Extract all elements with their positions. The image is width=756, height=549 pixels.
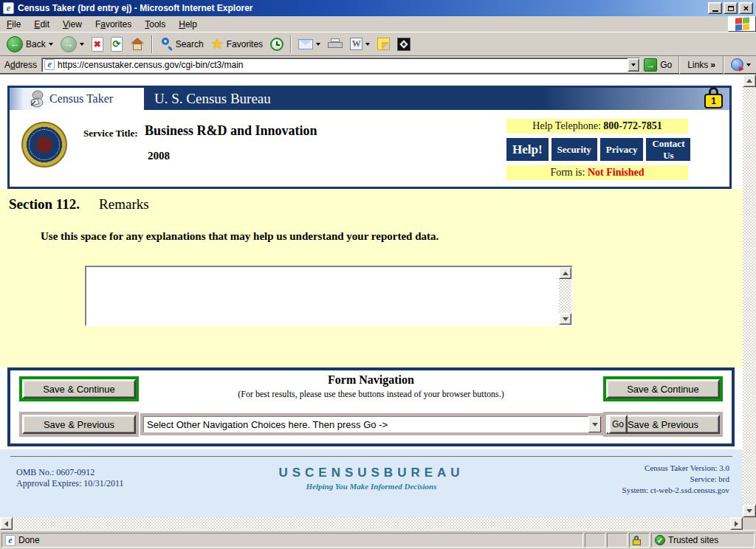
back-label: Back [26, 39, 46, 49]
page-ie-icon: e [44, 59, 55, 70]
banner: Census Taker U. S. Census Bureau [10, 88, 729, 110]
stop-button[interactable]: ✖ [88, 35, 107, 53]
remarks-scrollbar[interactable] [559, 267, 571, 325]
page-header-box: Census Taker U. S. Census Bureau Service… [7, 86, 732, 189]
horizontal-scroll-track[interactable] [13, 517, 730, 530]
menu-bar: File Edit View Favorites Tools Help [0, 16, 756, 32]
remarks-scroll-track[interactable] [559, 279, 571, 313]
zone-globe-button[interactable] [727, 57, 755, 72]
print-icon [328, 38, 343, 50]
restore-button[interactable] [724, 2, 738, 14]
note-button[interactable] [374, 36, 394, 52]
page-footer: OMB No.: 0607-0912 Approval Expires: 10/… [0, 449, 743, 517]
status-lock-panel [629, 533, 650, 548]
remarks-textarea[interactable] [86, 267, 559, 325]
service-text: Service: brd [622, 474, 729, 485]
favorites-button[interactable]: ★ Favorites [207, 36, 267, 52]
select-chevron-down-button[interactable] [588, 416, 601, 432]
scroll-down-button[interactable] [743, 505, 756, 517]
address-input[interactable]: e https://censustaker.census.gov/cgi-bin… [41, 58, 640, 72]
security-button[interactable]: Security [551, 138, 597, 161]
remarks-field-wrapper [85, 266, 573, 326]
banner-left: Census Taker [10, 88, 144, 110]
nav-go-button[interactable]: Go [608, 415, 628, 434]
address-separator [678, 56, 680, 74]
status-bar: e Done ✓ Trusted sites [0, 530, 756, 549]
status-empty-panel [607, 533, 628, 548]
horizontal-scrollbar[interactable] [0, 517, 743, 530]
menu-help[interactable]: Help [172, 16, 204, 32]
secure-padlock-icon: 1 [704, 87, 724, 109]
diamond-icon [397, 38, 410, 51]
links-button[interactable]: Links » [683, 60, 720, 70]
search-button[interactable]: Search [156, 36, 207, 52]
history-button[interactable] [267, 36, 287, 52]
status-ie-icon: e [5, 535, 16, 546]
census-taker-page: Census Taker U. S. Census Bureau Service… [0, 75, 743, 517]
menu-file[interactable]: File [0, 16, 27, 32]
note-icon [377, 38, 390, 50]
menu-edit[interactable]: Edit [27, 16, 56, 32]
menu-favorites[interactable]: Favorites [89, 16, 138, 32]
help-buttons: Help! Security Privacy Contact Us [506, 138, 688, 161]
search-icon [159, 38, 173, 51]
form-status-value: Not Finished [588, 167, 645, 178]
menu-view[interactable]: View [56, 16, 89, 32]
trusted-sites-icon: ✓ [655, 535, 665, 545]
back-button[interactable]: ← Back [3, 35, 57, 54]
links-label: Links [687, 60, 708, 70]
minimize-button[interactable] [708, 2, 722, 14]
address-dropdown-button[interactable] [628, 58, 639, 72]
scroll-up-button[interactable] [743, 75, 756, 87]
status-panel: e Done [1, 533, 583, 548]
forward-chevron-down-icon[interactable] [80, 43, 84, 46]
contact-us-button[interactable]: Contact Us [646, 138, 690, 161]
search-label: Search [176, 39, 204, 49]
vertical-scroll-track[interactable] [743, 87, 756, 505]
version-text: Census Taker Version: 3.0 [622, 463, 729, 474]
close-button[interactable]: ✕ [739, 2, 753, 14]
org-name: U. S. Census Bureau [144, 88, 729, 110]
privacy-button[interactable]: Privacy [600, 138, 644, 161]
ie-icon: e [3, 2, 14, 14]
back-chevron-down-icon[interactable] [49, 43, 53, 46]
address-label: Address [4, 60, 37, 70]
print-button[interactable] [324, 37, 346, 52]
form-navigation-box: Save & Continue Save & Previous Save & C… [7, 367, 735, 446]
back-icon: ← [7, 36, 23, 52]
address-bar: Address e https://censustaker.census.gov… [0, 56, 756, 74]
scroll-right-button[interactable] [730, 517, 743, 530]
refresh-button[interactable]: ⟳ [107, 35, 126, 53]
home-button[interactable] [126, 36, 148, 52]
edit-with-word-button[interactable]: W [346, 36, 374, 52]
forward-button[interactable]: → [57, 35, 88, 54]
header-body: Service Title: Business R&D and Innovati… [10, 110, 729, 187]
word-chevron-down-icon[interactable] [365, 43, 370, 46]
remarks-scroll-up-button[interactable] [559, 267, 571, 279]
vertical-scrollbar[interactable] [743, 75, 756, 517]
help-button[interactable]: Help! [506, 138, 549, 161]
stop-icon: ✖ [92, 37, 103, 52]
navigation-select[interactable]: Select Other Navigation Choices here. Th… [143, 416, 588, 432]
section-number: Section 112. [9, 196, 80, 212]
service-year: 2008 [148, 150, 170, 162]
security-zone-panel[interactable]: ✓ Trusted sites [651, 533, 755, 548]
go-button[interactable]: → Go [640, 57, 676, 73]
app-name: Census Taker [49, 92, 113, 106]
padlock-badge: 1 [704, 94, 723, 108]
service-title-label: Service Title: [83, 128, 138, 139]
globe-chevron-down-icon[interactable] [746, 63, 751, 66]
menu-tools[interactable]: Tools [138, 16, 172, 32]
mail-button[interactable] [295, 38, 324, 51]
service-title: Business R&D and Innovation [145, 123, 317, 139]
window-title: Census Taker (brd entry ej) - Microsoft … [18, 3, 707, 13]
remarks-scroll-down-button[interactable] [559, 313, 571, 325]
scroll-left-button[interactable] [0, 517, 13, 530]
messenger-button[interactable] [394, 36, 414, 52]
scrollbar-corner [743, 517, 756, 530]
section-instruction: Use this space for any explanations that… [41, 230, 439, 243]
address-url: https://censustaker.census.gov/cgi-bin/c… [58, 60, 628, 70]
save-previous-button-left[interactable]: Save & Previous [22, 415, 136, 434]
mail-icon [298, 39, 313, 49]
mail-chevron-down-icon[interactable] [316, 43, 320, 46]
